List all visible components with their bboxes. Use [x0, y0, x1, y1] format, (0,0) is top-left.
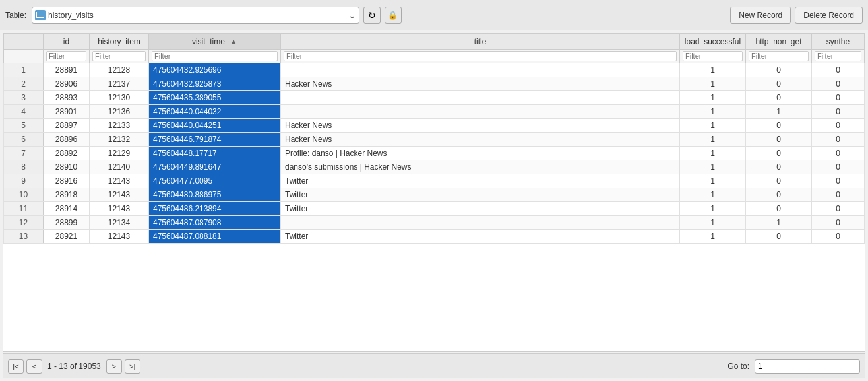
filter-load-input[interactable] — [683, 51, 743, 61]
cell-visit-time: 475604432.925696 — [149, 63, 281, 77]
col-header-history-item[interactable]: history_item — [90, 34, 149, 50]
table-row[interactable]: 42890112136475604440.044032110 — [4, 105, 865, 119]
col-header-title[interactable]: title — [281, 34, 680, 50]
filter-http-input[interactable] — [749, 51, 809, 61]
cell-http-non-get: 0 — [746, 147, 812, 160]
chevron-down-icon: ⌄ — [348, 11, 356, 20]
filter-id[interactable] — [44, 50, 90, 63]
cell-load-successful: 1 — [680, 119, 746, 133]
refresh-button[interactable]: ↻ — [363, 7, 381, 24]
table-row[interactable]: 52889712133475604440.044251Hacker News10… — [4, 119, 865, 133]
table-row[interactable]: 12889112128475604432.925696100 — [4, 63, 865, 77]
cell-visit-time: 475604435.389055 — [149, 91, 281, 105]
table-row[interactable]: 132892112143475604487.088181Twitter100 — [4, 230, 865, 244]
next-page-button[interactable]: > — [106, 359, 122, 374]
cell-title: Twitter — [281, 230, 680, 244]
filter-history-item[interactable] — [90, 50, 149, 63]
table-row[interactable]: 102891812143475604480.886975Twitter100 — [4, 188, 865, 202]
table-row[interactable]: 62889612132475604446.791874Hacker News10… — [4, 133, 865, 147]
filter-http[interactable] — [746, 50, 812, 63]
col-header-id[interactable]: id — [44, 34, 90, 50]
table-row[interactable]: 92891612143475604477.0095Twitter100 — [4, 174, 865, 188]
filter-synthe-input[interactable] — [815, 51, 861, 61]
table-label: Table: — [5, 11, 26, 20]
cell-synthe: 0 — [812, 188, 865, 202]
cell-history-item: 12143 — [90, 230, 149, 244]
row-number: 9 — [4, 174, 44, 188]
cell-visit-time: 475604446.791874 — [149, 133, 281, 147]
table-row[interactable]: 72889212129475604448.17717Profile: danso… — [4, 147, 865, 160]
table-selector[interactable]: history_visits ⌄ — [32, 7, 359, 24]
cell-visit-time: 475604448.17717 — [149, 147, 281, 160]
col-header-visit-time[interactable]: visit_time ▲ — [149, 34, 281, 50]
col-header-synthe[interactable]: synthe — [812, 34, 865, 50]
table-scroll[interactable]: id history_item visit_time ▲ title load_… — [3, 34, 865, 351]
row-number: 13 — [4, 230, 44, 244]
table-container: id history_item visit_time ▲ title load_… — [3, 33, 865, 352]
cell-history-item: 12129 — [90, 147, 149, 160]
cell-history-item: 12128 — [90, 63, 149, 77]
cell-http-non-get: 0 — [746, 119, 812, 133]
cell-history-item: 12140 — [90, 160, 149, 174]
cell-load-successful: 1 — [680, 133, 746, 147]
cell-load-successful: 1 — [680, 160, 746, 174]
filter-visit-input[interactable] — [152, 51, 278, 61]
cell-synthe: 0 — [812, 133, 865, 147]
table-row[interactable]: 82891012140475604449.891647danso's submi… — [4, 160, 865, 174]
cell-visit-time: 475604432.925873 — [149, 77, 281, 91]
cell-synthe: 0 — [812, 202, 865, 216]
toolbar: Table: history_visits ⌄ ↻ 🔒 New Record D… — [0, 0, 868, 30]
cell-id: 28901 — [44, 105, 90, 119]
filter-visit-time[interactable] — [149, 50, 281, 63]
cell-synthe: 0 — [812, 147, 865, 160]
row-num-header — [4, 34, 44, 50]
filter-synthe[interactable] — [812, 50, 865, 63]
filter-title[interactable] — [281, 50, 680, 63]
filter-id-input[interactable] — [46, 51, 86, 61]
table-row[interactable]: 22890612137475604432.925873Hacker News10… — [4, 77, 865, 91]
cell-load-successful: 1 — [680, 91, 746, 105]
table-db-icon — [35, 10, 46, 20]
table-row[interactable]: 32889312130475604435.389055100 — [4, 91, 865, 105]
cell-title: Twitter — [281, 202, 680, 216]
cell-synthe: 0 — [812, 216, 865, 230]
row-number: 3 — [4, 91, 44, 105]
filter-title-input[interactable] — [284, 51, 677, 61]
filter-history-input[interactable] — [92, 51, 146, 61]
prev-page-button[interactable]: < — [26, 359, 42, 374]
cell-title — [281, 216, 680, 230]
cell-http-non-get: 0 — [746, 174, 812, 188]
cell-load-successful: 1 — [680, 202, 746, 216]
table-row[interactable]: 112891412143475604486.213894Twitter100 — [4, 202, 865, 216]
cell-title — [281, 63, 680, 77]
cell-id: 28918 — [44, 188, 90, 202]
new-record-button[interactable]: New Record — [730, 7, 791, 24]
cell-history-item: 12130 — [90, 91, 149, 105]
filter-row — [4, 50, 865, 63]
cell-visit-time: 475604487.087908 — [149, 216, 281, 230]
cell-history-item: 12133 — [90, 119, 149, 133]
first-page-button[interactable]: |< — [8, 359, 24, 374]
lock-button[interactable]: 🔒 — [385, 7, 402, 24]
cell-title: Hacker News — [281, 119, 680, 133]
row-number: 1 — [4, 63, 44, 77]
cell-title — [281, 105, 680, 119]
goto-input[interactable] — [755, 359, 860, 374]
col-header-load-successful[interactable]: load_successful — [680, 34, 746, 50]
row-num-filter — [4, 50, 44, 63]
row-number: 10 — [4, 188, 44, 202]
cell-http-non-get: 0 — [746, 230, 812, 244]
table-row[interactable]: 122889912134475604487.087908110 — [4, 216, 865, 230]
filter-load[interactable] — [680, 50, 746, 63]
cell-id: 28910 — [44, 160, 90, 174]
cell-synthe: 0 — [812, 160, 865, 174]
last-page-button[interactable]: >| — [125, 359, 140, 374]
cell-http-non-get: 0 — [746, 91, 812, 105]
lock-icon: 🔒 — [388, 11, 398, 20]
delete-record-button[interactable]: Delete Record — [795, 7, 863, 24]
cell-load-successful: 1 — [680, 188, 746, 202]
cell-http-non-get: 0 — [746, 63, 812, 77]
row-number: 6 — [4, 133, 44, 147]
cell-history-item: 12134 — [90, 216, 149, 230]
col-header-http-non-get[interactable]: http_non_get — [746, 34, 812, 50]
